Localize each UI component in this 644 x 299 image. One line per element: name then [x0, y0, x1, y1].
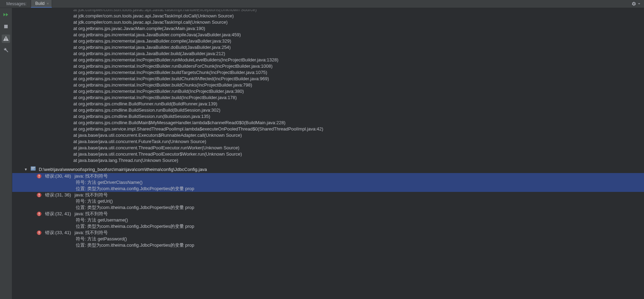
messages-label: Messages:: [0, 0, 31, 8]
stack-trace-line: at java.base/java.lang.Thread.run(Unknow…: [73, 157, 644, 164]
stack-trace-line: at org.jetbrains.jps.incremental.java.Ja…: [73, 38, 644, 44]
svg-rect-0: [4, 25, 8, 28]
error-message: java: 找不到符号: [74, 211, 108, 217]
wrench-button[interactable]: [2, 46, 10, 55]
stack-trace-line: at org.jetbrains.jps.cmdline.BuildMain$M…: [73, 120, 644, 126]
file-path: D:\web\java\wwwroot\spring_boot\src\main…: [39, 166, 207, 173]
file-node[interactable]: ▼ D:\web\java\wwwroot\spring_boot\src\ma…: [12, 166, 644, 173]
error-item[interactable]: 错误:(32, 41)java: 找不到符号符号: 方法 getUsername…: [12, 211, 644, 230]
stop-icon: [4, 24, 8, 30]
svg-rect-17: [39, 234, 39, 234]
panel-body: at jdk.compiler/com.sun.tools.javac.api.…: [0, 8, 644, 299]
svg-rect-16: [39, 231, 39, 233]
error-row: 错误:(32, 41)java: 找不到符号: [37, 211, 644, 217]
alert-button[interactable]: [2, 35, 10, 43]
error-detail-location: 位置: 类型为com.itheima.config.JdbcProperties…: [37, 223, 644, 230]
error-message: java: 找不到符号: [74, 192, 108, 198]
stack-trace-line: at org.jetbrains.jps.incremental.IncProj…: [73, 57, 644, 63]
messages-panel: Messages: Build ×: [0, 0, 644, 299]
gear-icon: [631, 1, 636, 6]
stack-trace-line: at org.jetbrains.jps.incremental.IncProj…: [73, 63, 644, 69]
errors-list: 错误:(30, 48)java: 找不到符号符号: 方法 getDriverCl…: [12, 173, 644, 248]
stack-trace-line: at jdk.compiler/com.sun.tools.javac.api.…: [73, 19, 644, 25]
error-row: 错误:(30, 48)java: 找不到符号: [37, 173, 644, 179]
java-file-icon: [30, 166, 36, 173]
svg-rect-4: [31, 167, 35, 168]
error-icon: [37, 193, 42, 197]
wrench-icon: [3, 48, 8, 54]
error-message: java: 找不到符号: [74, 173, 108, 179]
stack-trace-line: at org.jetbrains.jps.incremental.IncProj…: [73, 82, 644, 88]
error-detail-location: 位置: 类型为com.itheima.config.JdbcProperties…: [37, 242, 644, 248]
stack-trace-line: at org.jetbrains.jps.cmdline.BuildRunner…: [73, 101, 644, 107]
stack-trace-line: at org.jetbrains.jps.incremental.java.Ja…: [73, 44, 644, 51]
svg-rect-10: [39, 194, 39, 195]
tab-spacer: [52, 0, 628, 8]
close-icon[interactable]: ×: [47, 1, 49, 6]
error-item[interactable]: 错误:(30, 48)java: 找不到符号符号: 方法 getDriverCl…: [12, 173, 644, 192]
error-detail-symbol: 符号: 方法 getUsername(): [37, 217, 644, 223]
messages-content[interactable]: at jdk.compiler/com.sun.tools.javac.api.…: [12, 8, 644, 299]
expand-triangle-icon[interactable]: ▼: [24, 166, 28, 173]
stack-trace-line: at java.base/java.util.concurrent.Execut…: [73, 132, 644, 139]
stack-trace-line: at org.jetbrains.jps.incremental.java.Ja…: [73, 32, 644, 38]
svg-rect-5: [31, 169, 34, 169]
stack-trace-line: at org.jetbrains.jps.incremental.java.Ja…: [73, 51, 644, 57]
error-detail-symbol: 符号: 方法 getUrl(): [37, 198, 644, 204]
chevron-down-icon: [638, 2, 641, 5]
error-item[interactable]: 错误:(31, 36)java: 找不到符号符号: 方法 getUrl()位置:…: [12, 192, 644, 211]
stack-trace-line: at org.jetbrains.jps.cmdline.BuildSessio…: [73, 113, 644, 120]
svg-rect-2: [6, 39, 6, 40]
svg-rect-11: [39, 196, 39, 197]
svg-rect-8: [39, 177, 39, 178]
tab-build-label: Build: [35, 1, 45, 6]
stack-trace-line: at org.jetbrains.jps.cmdline.BuildSessio…: [73, 107, 644, 113]
error-location: 错误:(33, 41): [45, 230, 71, 236]
stack-trace-line: at java.base/java.util.concurrent.Thread…: [73, 145, 644, 151]
error-detail-location: 位置: 类型为com.itheima.config.JdbcProperties…: [37, 204, 644, 211]
tab-row: Messages: Build ×: [0, 0, 644, 8]
stack-trace-line: at org.jetbrains.jps.incremental.IncProj…: [73, 69, 644, 76]
stack-trace-line: at org.jetbrains.jps.incremental.IncProj…: [73, 88, 644, 95]
error-row: 错误:(33, 41)java: 找不到符号: [37, 230, 644, 236]
rerun-button[interactable]: [2, 11, 10, 19]
stack-trace-line: at org.jetbrains.jps.incremental.IncProj…: [73, 76, 644, 82]
svg-rect-7: [39, 175, 39, 177]
error-location: 错误:(30, 48): [45, 173, 71, 179]
side-toolbar: [0, 8, 12, 299]
stack-trace-line: at jdk.compiler/com.sun.tools.javac.api.…: [73, 13, 644, 19]
svg-rect-14: [39, 215, 39, 216]
stack-trace-line: at org.jetbrains.jps.javac.JavacMain.com…: [73, 25, 644, 32]
svg-rect-1: [6, 37, 6, 39]
error-detail-symbol: 符号: 方法 getPassword(): [37, 236, 644, 242]
stack-trace-line: at java.base/java.util.concurrent.Future…: [73, 139, 644, 145]
warning-icon: [3, 36, 9, 42]
stack-trace-line: at org.jetbrains.jps.incremental.IncProj…: [73, 95, 644, 101]
error-location: 错误:(31, 36): [45, 192, 71, 198]
error-icon: [37, 211, 42, 216]
error-item[interactable]: 错误:(33, 41)java: 找不到符号符号: 方法 getPassword…: [12, 230, 644, 248]
svg-rect-13: [39, 212, 39, 214]
error-icon: [37, 174, 42, 179]
double-play-icon: [3, 13, 9, 18]
error-icon: [37, 230, 42, 235]
error-location: 错误:(32, 41): [45, 211, 71, 217]
panel-settings-button[interactable]: [628, 0, 644, 8]
stack-trace-line: at jdk.compiler/com.sun.tools.javac.api.…: [73, 9, 644, 13]
error-detail-location: 位置: 类型为com.itheima.config.JdbcProperties…: [37, 186, 644, 192]
error-row: 错误:(31, 36)java: 找不到符号: [37, 192, 644, 198]
error-detail-symbol: 符号: 方法 getDriverClassName(): [37, 179, 644, 186]
stop-button[interactable]: [2, 23, 10, 31]
stack-trace-line: at org.jetbrains.jps.service.impl.Shared…: [73, 126, 644, 132]
stack-trace-line: at java.base/java.util.concurrent.Thread…: [73, 151, 644, 157]
tab-build[interactable]: Build ×: [31, 0, 52, 8]
error-message: java: 找不到符号: [74, 230, 108, 236]
stack-trace-block: at jdk.compiler/com.sun.tools.javac.api.…: [12, 9, 644, 164]
